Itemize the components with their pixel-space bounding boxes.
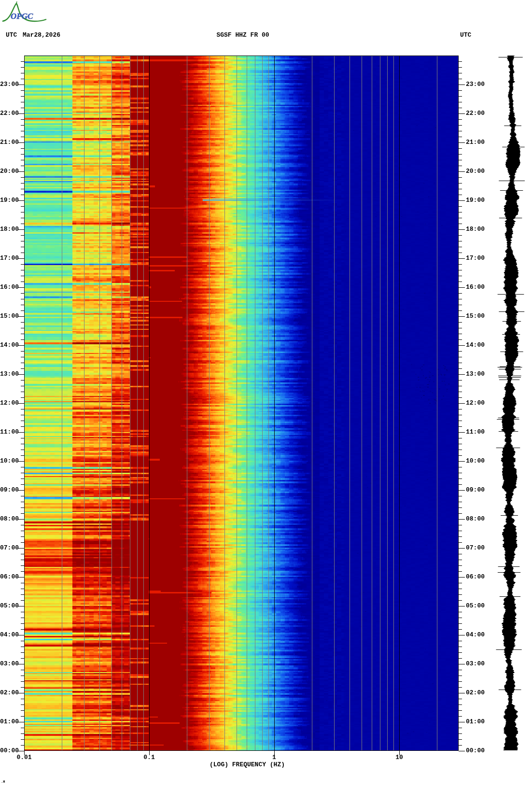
hour-label-left: 14:00: [0, 342, 17, 349]
hour-label-right: 12:00: [466, 400, 485, 407]
x-axis-title: (LOG) FREQUENCY (HZ): [210, 761, 285, 768]
hour-label-left: 16:00: [0, 284, 17, 291]
utc-label-left: UTC: [6, 31, 17, 39]
hour-label-right: 10:00: [466, 458, 485, 465]
spectrogram-page: OPGC UTC Mar28,2026 SGSF HHZ FR 00 UTC 2…: [0, 0, 532, 789]
opgc-logo: OPGC: [2, 1, 48, 26]
hour-label-right: 01:00: [466, 719, 485, 725]
hour-label-right: 13:00: [466, 371, 485, 378]
hour-label-right: 09:00: [466, 487, 485, 493]
hour-label-left: 03:00: [0, 661, 17, 667]
hour-label-left: 09:00: [0, 487, 17, 493]
hour-label-left: 20:00: [0, 168, 17, 175]
freq-tick-label: 0.01: [16, 754, 31, 761]
hour-label-right: 08:00: [466, 516, 485, 522]
hour-label-left: 00:00: [0, 747, 17, 754]
hour-label-left: 01:00: [0, 719, 17, 725]
hour-label-right: 06:00: [466, 574, 485, 580]
hour-label-left: 17:00: [0, 255, 17, 262]
hour-label-left: 15:00: [0, 313, 17, 320]
freq-tick-label: 1: [272, 754, 276, 761]
station-title: SGSF HHZ FR 00: [216, 31, 269, 39]
hour-label-right: 04:00: [466, 632, 485, 638]
hour-label-right: 07:00: [466, 545, 485, 551]
hour-label-left: 19:00: [0, 197, 17, 204]
hour-label-left: 18:00: [0, 226, 17, 233]
hour-label-left: 22:00: [0, 110, 17, 117]
hour-label-left: 13:00: [0, 371, 17, 378]
hour-label-left: 11:00: [0, 429, 17, 436]
hour-label-left: 07:00: [0, 545, 17, 551]
hour-label-left: 02:00: [0, 690, 17, 696]
hour-label-right: 03:00: [466, 661, 485, 667]
hour-label-right: 02:00: [466, 690, 485, 696]
hour-label-left: 08:00: [0, 516, 17, 522]
hour-label-left: 04:00: [0, 632, 17, 638]
date-label: Mar28,2026: [23, 31, 60, 39]
hour-label-left: 12:00: [0, 400, 17, 407]
hour-label-right: 22:00: [466, 110, 485, 117]
hour-label-right: 23:00: [466, 81, 485, 88]
hour-label-right: 16:00: [466, 284, 485, 291]
hour-label-right: 14:00: [466, 342, 485, 349]
hour-label-right: 05:00: [466, 603, 485, 609]
utc-label-right: UTC: [460, 31, 471, 39]
hour-label-right: 21:00: [466, 139, 485, 146]
hour-label-right: 18:00: [466, 226, 485, 233]
opgc-logo-text: OPGC: [11, 12, 33, 21]
hour-label-right: 00:00: [466, 747, 485, 754]
hour-label-left: 21:00: [0, 139, 17, 146]
corner-mark: .H: [1, 780, 5, 784]
hour-label-left: 23:00: [0, 81, 17, 88]
hour-label-left: 05:00: [0, 603, 17, 609]
hour-label-left: 10:00: [0, 458, 17, 465]
spectrogram-plot-area: [24, 56, 459, 751]
hour-label-right: 11:00: [466, 429, 485, 436]
seismogram-trace: [492, 56, 531, 751]
freq-tick-label: 10: [395, 754, 403, 761]
hour-label-right: 15:00: [466, 313, 485, 320]
hour-label-right: 19:00: [466, 197, 485, 204]
hour-label-left: 06:00: [0, 574, 17, 580]
hour-label-right: 20:00: [466, 168, 485, 175]
hour-label-right: 17:00: [466, 255, 485, 262]
freq-tick-label: 0.1: [143, 754, 154, 761]
